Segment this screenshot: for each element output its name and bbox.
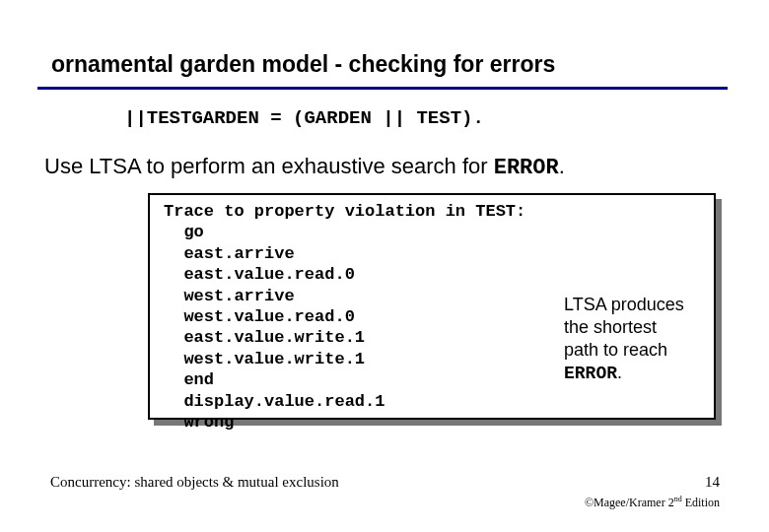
note-line-2: the shortest: [564, 317, 657, 337]
instruction-sentence: Use LTSA to perform an exhaustive search…: [44, 154, 565, 180]
note-error-keyword: ERROR: [564, 364, 617, 383]
slide-title: ornamental garden model - checking for e…: [51, 51, 555, 78]
credit-prefix: ©Magee/Kramer: [585, 496, 668, 509]
credit-edition-sup: nd: [674, 495, 682, 503]
code-definition: ||TESTGARDEN = (GARDEN || TEST).: [124, 107, 484, 129]
sentence-prefix: Use LTSA to perform an exhaustive search…: [44, 154, 494, 178]
page-number: 14: [705, 474, 720, 491]
ltsa-note: LTSA produces the shortest path to reach…: [564, 294, 722, 385]
credit-edition-word: Edition: [682, 496, 720, 509]
footer-credit: ©Magee/Kramer 2nd Edition: [585, 495, 720, 510]
title-rule: [37, 87, 728, 90]
error-keyword: ERROR: [494, 156, 559, 180]
note-suffix: .: [617, 363, 622, 382]
footer-left: Concurrency: shared objects & mutual exc…: [50, 474, 339, 491]
note-line-1: LTSA produces: [564, 295, 684, 314]
sentence-suffix: .: [559, 154, 565, 178]
slide: ornamental garden model - checking for e…: [0, 0, 769, 532]
note-line-3: path to reach: [564, 340, 667, 360]
